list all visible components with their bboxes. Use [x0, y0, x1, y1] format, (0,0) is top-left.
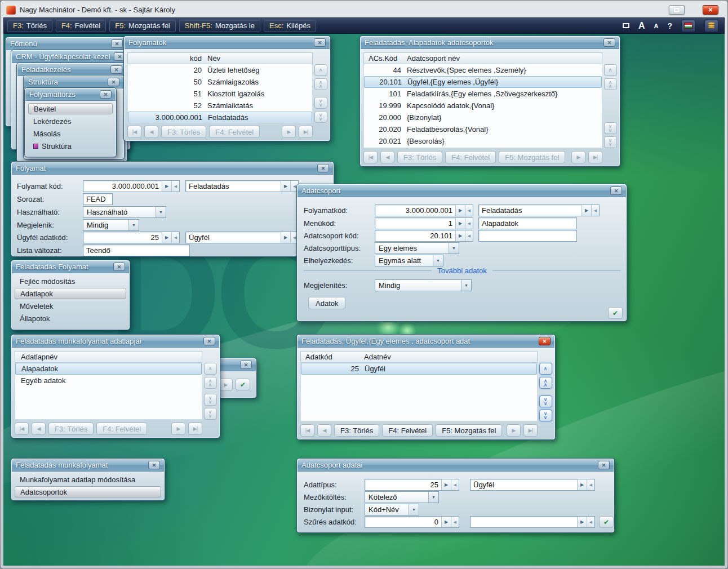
column-kod[interactable]: kód — [128, 54, 207, 63]
scroll-page-up-button[interactable]: ∧∧ — [539, 377, 552, 389]
nav-f3-delete-button[interactable]: F3: Törlés — [48, 423, 94, 435]
table-row-selected[interactable]: 20.101Ügyfél,{Egy elemes ,Ügyfél} — [364, 76, 602, 88]
close-icon[interactable]: ✕ — [111, 39, 123, 48]
chevron-down-icon[interactable]: ▼ — [428, 492, 438, 503]
chevron-down-icon[interactable]: ▼ — [449, 243, 459, 254]
sorozat-field[interactable]: FEAD — [83, 193, 113, 205]
scroll-up-button[interactable]: ∧ — [314, 64, 327, 76]
table-row[interactable]: 50Számlaigazolás — [128, 76, 312, 88]
nav-f4-add-button[interactable]: F4: Felvétel — [209, 126, 260, 138]
scroll-down-button[interactable]: ∨∨ — [539, 410, 552, 421]
szures-nev-combo[interactable]: ▶◀ — [470, 516, 595, 528]
lookup-icon[interactable]: ▶ — [455, 230, 465, 241]
table-row[interactable]: 19.999Kapcsolódó adatok,{Vonal} — [364, 100, 602, 112]
tovabbi-adatok-link[interactable]: További adatok — [304, 266, 620, 275]
scroll-down-button[interactable]: ∨∨ — [604, 136, 617, 148]
confirm-button[interactable]: ✔ — [599, 516, 614, 528]
currency-button[interactable] — [704, 20, 718, 32]
scroll-page-up-button[interactable]: ∧∧ — [204, 377, 217, 389]
close-icon[interactable]: ✕ — [539, 337, 551, 345]
titlebar[interactable]: Feladatadás munkafolyamat adatlapjai✕ — [12, 335, 219, 348]
megjelenik-dropdown[interactable]: Mindig▼ — [83, 219, 139, 231]
menu-item-lekerdezes[interactable]: Lekérdezés — [28, 115, 113, 127]
lookup-icon[interactable]: ▶ — [455, 218, 465, 229]
titlebar[interactable]: Adatcsoport adatai✕ — [298, 459, 614, 472]
nav-next-button[interactable]: ▶ — [282, 126, 296, 138]
language-flag-button[interactable] — [681, 20, 695, 32]
menukod-spinner[interactable]: 1▶◀ — [375, 217, 473, 229]
scroll-up-button[interactable]: ∧ — [539, 363, 552, 375]
nav-first-button[interactable]: |◀ — [300, 424, 314, 437]
titlebar[interactable]: Főmenü✕ — [6, 38, 127, 50]
menu-item-struktura[interactable]: Struktúra — [28, 140, 113, 152]
back-icon[interactable]: ◀ — [465, 230, 473, 241]
adatcsoport-nev-field[interactable] — [478, 230, 577, 242]
folyamat-nev-combo[interactable]: Feladatadás▶◀ — [478, 205, 600, 216]
back-icon[interactable]: ◀ — [587, 517, 594, 527]
table-row[interactable]: 44Résztvevők,{Spec elemes ,Személy} — [364, 64, 602, 76]
nav-next-button[interactable]: ▶ — [171, 423, 185, 435]
titlebar[interactable]: Folyamatok✕ — [125, 37, 330, 49]
chevron-down-icon[interactable]: ▼ — [461, 280, 471, 291]
scroll-up-button[interactable]: ∧ — [204, 363, 217, 375]
menu-item-bevitel[interactable]: Bevitel — [28, 103, 113, 114]
scroll-down-button[interactable]: ∨∨ — [204, 408, 217, 420]
back-icon[interactable]: ◀ — [591, 205, 599, 216]
nav-prev-button[interactable]: ◀ — [32, 423, 46, 435]
scroll-page-down-button[interactable]: ∨∨ — [204, 394, 217, 406]
nav-f4-add-button[interactable]: F4: Felvétel — [445, 151, 496, 163]
lookup-icon[interactable]: ▶ — [281, 232, 290, 243]
titlebar[interactable]: Feladatadás, Alapadatok adatcsoportok✕ — [361, 37, 619, 49]
table-row[interactable]: 20.000{Bizonylat} — [364, 112, 602, 123]
chevron-down-icon[interactable]: ▼ — [156, 207, 166, 217]
lookup-icon[interactable]: ▶ — [455, 205, 465, 216]
nav-f5-moveup-button[interactable]: F5: Mozgatás fel — [499, 151, 565, 163]
mezokitoltes-dropdown[interactable]: Kötelező▼ — [365, 491, 439, 503]
bizonylat-input-dropdown[interactable]: Kód+Név▼ — [365, 504, 419, 515]
table-row-selected[interactable]: Alapadatok — [15, 363, 202, 375]
chevron-down-icon[interactable]: ▼ — [409, 504, 419, 515]
chevron-down-icon[interactable]: ▼ — [433, 255, 443, 266]
lookup-icon[interactable]: ▶ — [441, 479, 451, 490]
menu-nev-field[interactable]: Alapadatok — [478, 217, 577, 229]
nav-first-button[interactable]: |◀ — [363, 151, 378, 163]
nav-f3-delete-button[interactable]: F3: Törlés — [161, 126, 206, 138]
titlebar[interactable]: CRM - Ügyfélkapcsolat-kezelé✕ — [12, 51, 130, 63]
scroll-page-down-button[interactable]: ∨∨ — [539, 395, 552, 407]
nav-prev-button[interactable]: ◀ — [144, 126, 158, 138]
nav-prev-button[interactable]: ◀ — [317, 424, 331, 437]
elhelyezkedes-dropdown[interactable]: Egymás alatt▼ — [375, 255, 443, 266]
close-icon[interactable]: ✕ — [108, 78, 119, 86]
menu-item-masolas[interactable]: Másolás — [28, 128, 113, 139]
menu-item-adatlapok[interactable]: Adatlapok — [15, 288, 126, 299]
menu-item-munkafolyamat-adatlap[interactable]: Munkafolyamat adatlap módosítása — [15, 474, 161, 485]
titlebar[interactable]: Folyamat✕ — [12, 162, 333, 175]
column-adatlapnev[interactable]: Adatlapnév — [15, 353, 202, 361]
close-icon[interactable]: ✕ — [203, 337, 215, 345]
close-icon[interactable]: ✕ — [317, 164, 329, 172]
column-nev[interactable]: Név — [207, 54, 312, 63]
titlebar[interactable]: Feladatkezelés✕ — [17, 64, 126, 76]
lookup-icon[interactable]: ▶ — [162, 181, 171, 192]
lookup-icon[interactable]: ▶ — [441, 517, 451, 527]
column-adatnev[interactable]: Adatnév — [364, 353, 537, 361]
close-icon[interactable]: ✕ — [113, 263, 125, 271]
close-icon[interactable]: ✕ — [610, 186, 622, 195]
back-icon[interactable]: ◀ — [465, 205, 473, 216]
lookup-icon[interactable]: ▶ — [281, 181, 290, 192]
close-icon[interactable]: ✕ — [598, 461, 610, 469]
lookup-icon[interactable]: ▶ — [577, 517, 587, 527]
column-adatkod[interactable]: Adatkód — [301, 353, 364, 361]
ugyfel-nev-combo[interactable]: Ügyfél▶◀ — [185, 232, 299, 243]
font-increase-icon[interactable]: A — [638, 21, 645, 31]
menu-item-adatcsoportok[interactable]: Adatcsoportok — [15, 486, 161, 497]
nav-f3-delete-button[interactable]: F3: Törlés — [334, 424, 379, 437]
confirm-button[interactable]: ✔ — [236, 379, 250, 390]
window-box-icon[interactable] — [623, 23, 629, 28]
nav-last-button[interactable]: ▶| — [588, 151, 602, 163]
nav-last-button[interactable]: ▶| — [188, 423, 202, 435]
nav-next-button[interactable]: ▶ — [507, 424, 521, 437]
table-row-selected[interactable]: 25Ügyfél — [301, 363, 537, 375]
close-icon[interactable]: ✕ — [110, 65, 122, 74]
main-titlebar[interactable]: Nagy Machinátor - Demó kft. - sk - Sajtá… — [3, 3, 725, 17]
